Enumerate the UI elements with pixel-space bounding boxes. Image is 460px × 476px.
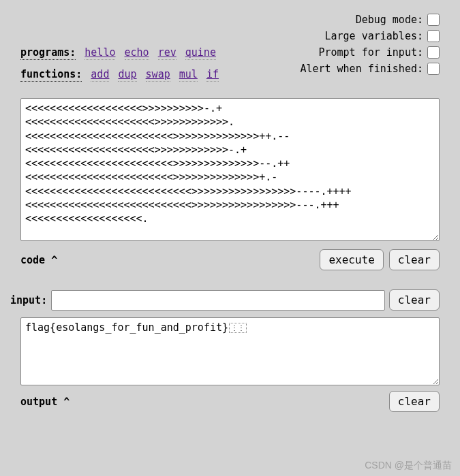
eof-icon: ⋮⋮: [229, 323, 247, 334]
debug-checkbox[interactable]: [427, 14, 440, 26]
prompt-label: Prompt for input:: [318, 46, 423, 59]
input-clear-button[interactable]: clear: [389, 289, 440, 311]
code-clear-button[interactable]: clear: [389, 249, 440, 270]
debug-label: Debug mode:: [356, 14, 423, 26]
function-link-dup[interactable]: dup: [118, 68, 136, 82]
output-clear-button[interactable]: clear: [389, 391, 440, 412]
execute-button[interactable]: execute: [320, 249, 383, 270]
functions-label: functions:: [20, 68, 82, 82]
large-vars-label: Large variables:: [325, 30, 424, 42]
functions-row: functions: add dup swap mul if: [20, 68, 219, 80]
options-panel: Debug mode: Large variables: Prompt for …: [300, 14, 440, 79]
output-textarea[interactable]: flag{esolangs_for_fun_and_profit}⋮⋮: [20, 317, 440, 385]
function-link-add[interactable]: add: [91, 68, 109, 82]
large-vars-checkbox[interactable]: [427, 30, 440, 42]
program-link-quine[interactable]: quine: [185, 46, 216, 60]
code-textarea[interactable]: [20, 98, 440, 241]
code-section-label: code ^: [20, 254, 57, 266]
alert-checkbox[interactable]: [427, 63, 440, 75]
function-link-if[interactable]: if: [206, 68, 219, 82]
alert-label: Alert when finished:: [300, 63, 423, 75]
program-link-hello[interactable]: hello: [85, 46, 115, 60]
output-text: flag{esolangs_for_fun_and_profit}: [25, 321, 228, 334]
function-link-swap[interactable]: swap: [146, 68, 170, 82]
function-link-mul[interactable]: mul: [179, 68, 198, 82]
input-field[interactable]: [51, 290, 385, 311]
input-label: input:: [10, 294, 47, 306]
prompt-checkbox[interactable]: [427, 46, 440, 59]
programs-row: programs: hello echo rev quine: [20, 46, 219, 59]
program-link-echo[interactable]: echo: [125, 46, 149, 60]
programs-label: programs:: [20, 46, 76, 60]
output-section-label: output ^: [20, 396, 70, 408]
program-link-rev[interactable]: rev: [158, 46, 177, 60]
